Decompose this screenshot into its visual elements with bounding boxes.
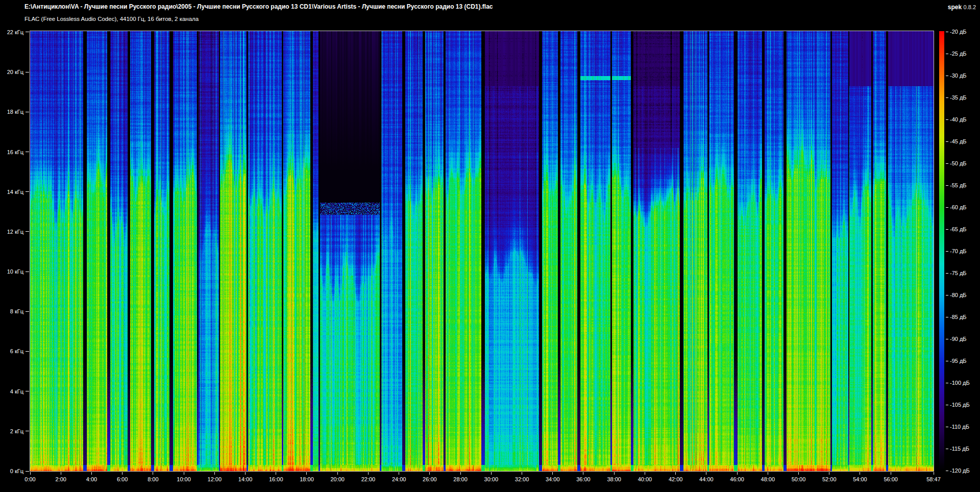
db-tick [946,76,948,76]
time-tick-label: 24:00 [392,476,406,482]
file-info: FLAC (Free Lossless Audio Codec), 44100 … [24,16,199,22]
db-tick [946,163,948,164]
db-tick-label: -120 дБ [950,468,970,474]
time-tick-label: 38:00 [607,476,621,482]
db-tick-label: -70 дБ [950,248,967,254]
freq-tick [26,351,29,352]
time-tick-label: 34:00 [546,476,560,482]
db-tick [946,119,948,120]
freq-tick-label: 12 кГц [0,229,23,235]
freq-tick [26,152,29,152]
db-tick-label: -90 дБ [950,336,967,342]
time-tick [30,472,31,475]
freq-tick [26,191,29,192]
freq-tick [26,112,29,112]
freq-tick [26,391,29,391]
db-tick [946,405,948,405]
db-tick [946,273,948,274]
time-tick [276,472,276,475]
time-tick [768,472,768,475]
db-tick [946,32,948,32]
time-tick-label: 0:00 [24,476,35,482]
time-tick [675,472,676,475]
time-tick-label: 42:00 [669,476,683,482]
time-tick [429,472,430,475]
time-tick-label: 22:00 [361,476,376,482]
time-tick [122,472,122,475]
time-tick [306,472,307,475]
spectrogram-plot [30,31,934,472]
time-tick-label: 32:00 [515,476,529,482]
db-tick-label: -115 дБ [950,446,969,452]
time-tick [934,472,934,475]
time-tick-label: 18:00 [300,476,314,482]
freq-tick [26,32,29,32]
freq-tick-label: 22 кГц [0,29,23,35]
db-tick-label: -20 дБ [950,29,967,35]
freq-tick-label: 0 кГц [0,468,23,474]
db-tick [946,141,948,142]
db-tick [946,471,948,471]
freq-tick-label: 2 кГц [0,428,23,434]
freq-tick [26,72,29,72]
db-tick [946,251,948,252]
freq-tick [26,272,29,272]
time-tick [153,472,153,475]
db-tick-label: -95 дБ [950,358,967,364]
freq-tick-label: 4 кГц [0,388,23,395]
time-tick [614,472,615,475]
time-tick [860,472,860,475]
freq-tick [26,431,29,431]
time-tick [552,472,553,475]
freq-tick-label: 16 кГц [0,149,23,155]
db-tick-label: -35 дБ [950,94,967,101]
time-tick-label: 16:00 [269,476,283,482]
time-tick-label: 48:00 [761,476,775,482]
db-tick [946,339,948,339]
db-tick-label: -110 дБ [950,424,969,430]
db-tick-label: -80 дБ [950,292,967,298]
time-tick-label: 6:00 [117,476,128,482]
time-tick [522,472,522,475]
freq-tick [26,231,29,232]
time-tick [214,472,215,475]
db-tick-label: -60 дБ [950,204,967,210]
legend-gradient-bar [939,31,944,471]
time-tick-label: 50:00 [792,476,806,482]
time-tick [337,472,338,475]
time-tick [368,472,369,475]
freq-tick-label: 8 кГц [0,308,23,314]
db-tick-label: -55 дБ [950,182,967,188]
db-tick-label: -100 дБ [950,380,970,386]
db-tick-label: -25 дБ [950,51,967,57]
time-tick [798,472,799,475]
time-tick [891,472,891,475]
freq-tick [26,311,29,312]
time-tick-label: 52:00 [822,476,837,482]
time-tick [399,472,399,475]
time-tick [184,472,184,475]
time-tick-label: 26:00 [423,476,437,482]
db-tick [946,361,948,361]
time-tick-label: 56:00 [884,476,898,482]
app-name: spek [948,4,962,11]
db-tick-label: -45 дБ [950,138,967,144]
db-tick [946,383,948,383]
freq-tick-label: 6 кГц [0,348,23,354]
time-tick [91,472,92,475]
time-tick-label: 44:00 [699,476,714,482]
time-tick [737,472,738,475]
db-tick-label: -85 дБ [950,314,967,320]
spek-window: { "header": { "file_path": "E:\\Антицикл… [0,0,980,492]
time-tick-label: 10:00 [177,476,191,482]
title-bar: E:\Антициклон\VA - Лучшие песни Русского… [24,3,918,11]
time-tick-label: 30:00 [484,476,499,482]
time-tick-label: 20:00 [330,476,345,482]
db-tick-label: -65 дБ [950,226,967,232]
freq-tick-label: 18 кГц [0,109,23,115]
app-version: 0.8.2 [964,4,976,10]
time-tick-label: 58:47 [926,476,941,482]
db-tick [946,207,948,208]
db-tick-label: -40 дБ [950,116,967,122]
time-tick-label: 36:00 [576,476,591,482]
